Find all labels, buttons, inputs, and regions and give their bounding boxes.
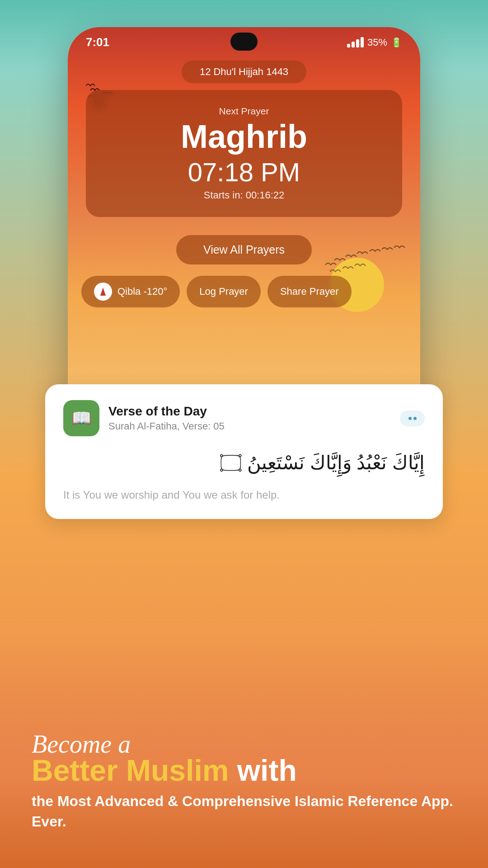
verse-more-button[interactable] xyxy=(400,410,425,426)
quran-icon: 📖 xyxy=(71,409,92,428)
compass-needle xyxy=(100,288,106,296)
better-muslim-headline: Better Muslim with xyxy=(32,754,456,787)
countdown: 00:16:22 xyxy=(246,189,285,201)
compass-icon xyxy=(94,283,112,301)
starts-in: Starts in: 00:16:22 xyxy=(104,189,384,201)
prayer-name: Maghrib xyxy=(104,119,384,155)
status-bar: 7:01 35% 🔋 xyxy=(68,27,420,49)
verse-translation: It is You we worship and You we ask for … xyxy=(63,487,425,503)
verse-title-block: Verse of the Day Surah Al-Fatiha, Verse:… xyxy=(108,404,391,432)
next-prayer-label: Next Prayer xyxy=(104,106,384,117)
qibla-pill[interactable]: Qibla -120° xyxy=(81,276,180,307)
app-description: the Most Advanced & Comprehensive Islami… xyxy=(32,791,456,832)
phone-mockup: 7:01 35% 🔋 xyxy=(68,27,420,411)
with-text: with xyxy=(229,754,296,787)
prayer-time: 07:18 PM xyxy=(104,157,384,187)
camera-notch xyxy=(230,33,258,51)
battery-percent: 35% xyxy=(367,37,387,48)
log-prayer-pill[interactable]: Log Prayer xyxy=(187,276,261,307)
verse-icon: 📖 xyxy=(63,400,99,436)
share-prayer-pill[interactable]: Share Prayer xyxy=(267,276,352,307)
signal-icon xyxy=(347,37,364,47)
verse-header: 📖 Verse of the Day Surah Al-Fatiha, Vers… xyxy=(63,400,425,436)
arabic-verse-text: إِيَّاكَ نَعْبُدُ وَإِيَّاكَ نَسْتَعِينُ… xyxy=(63,448,425,478)
date-pill: 12 Dhu'l Hijjah 1443 xyxy=(182,61,306,83)
view-all-prayers-button[interactable]: View All Prayers xyxy=(176,235,312,264)
verse-card: 📖 Verse of the Day Surah Al-Fatiha, Vers… xyxy=(45,384,443,519)
dot-2 xyxy=(413,417,417,420)
dot-1 xyxy=(408,417,412,420)
phone-screen: 7:01 35% 🔋 xyxy=(68,27,420,411)
verse-subtitle: Surah Al-Fatiha, Verse: 05 xyxy=(108,420,391,432)
verse-title: Verse of the Day xyxy=(108,404,391,419)
better-muslim-text: Better Muslim xyxy=(32,754,229,787)
bottom-text-section: Become a Better Muslim with the Most Adv… xyxy=(32,730,456,832)
action-pills-row: Qibla -120° Log Prayer Share Prayer xyxy=(68,264,420,316)
status-icons: 35% 🔋 xyxy=(347,37,402,48)
status-time: 7:01 xyxy=(86,35,109,49)
prayer-card: Next Prayer Maghrib 07:18 PM Starts in: … xyxy=(86,90,402,217)
battery-icon: 🔋 xyxy=(391,37,402,48)
